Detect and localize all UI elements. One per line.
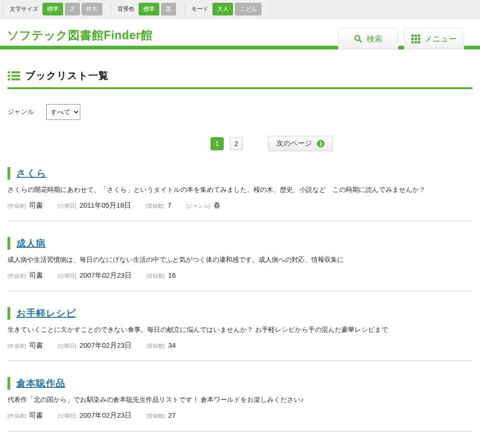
meta-count: [登録数]27 [147, 412, 176, 419]
genre-filter-row: ジャンル すべて [7, 104, 473, 120]
font-size-large-button[interactable]: 大 [65, 3, 80, 15]
next-arrow-icon: ❯ [317, 140, 325, 147]
main-content: ブックリスト一覧 ジャンル すべて 1 2 次のページ ❯ さくら さくらの開花… [0, 69, 480, 431]
font-size-xlarge-button[interactable]: 特大 [82, 3, 102, 15]
title-accent-bar [7, 167, 10, 180]
search-button-label: 検索 [367, 34, 382, 44]
booklist-item: 倉本聡作品 代表作「北の国から」でお馴染みの倉本聡先生作品リストです！ 倉本ワー… [7, 377, 473, 431]
site-title: ソフテック図書館Finder館 [7, 28, 153, 43]
booklist-item: お手軽レシピ 生きていくことに欠かすことのできない食事。毎日の献立に悩んではいま… [7, 307, 473, 361]
booklist-title-link[interactable]: さくら [16, 167, 46, 180]
site-header: ソフテック図書館Finder館 検索 メニュー [0, 19, 480, 46]
booklist-description: 生きていくことに欠かすことのできない食事。毎日の献立に悩んではいませんか？ お手… [7, 326, 473, 334]
page-title-block: ブックリスト一覧 [7, 69, 473, 89]
meta-published: [公開日]2007年02月23日 [58, 342, 132, 349]
item-title-row: お手軽レシピ [7, 307, 473, 320]
next-page-label: 次のページ [276, 139, 312, 148]
meta-creator: [作成者]司書 [7, 272, 43, 279]
menu-grid-icon [411, 35, 420, 43]
meta-published: [公開日]2011年05月18日 [58, 202, 131, 209]
item-divider [7, 431, 473, 431]
accessibility-bar: 文字サイズ 標準 大 特大 背景色 標準 黒 モード 大人 こども [0, 0, 480, 19]
meta-count: [登録数]7 [146, 202, 171, 209]
next-page-button[interactable]: 次のページ ❯ [268, 136, 333, 151]
mode-label: モード [191, 5, 209, 13]
pagination: 1 2 次のページ ❯ [7, 136, 473, 151]
title-accent-bar [7, 377, 10, 390]
booklist-meta: [作成者]司書 [公開日]2007年02月23日 [登録数]34 [7, 341, 473, 350]
item-divider [7, 221, 473, 221]
search-icon [354, 35, 362, 43]
mode-kids-button[interactable]: こども [235, 3, 261, 15]
booklist-title-link[interactable]: お手軽レシピ [16, 307, 76, 320]
header-tabs: 検索 メニュー [338, 28, 464, 49]
bg-black-button[interactable]: 黒 [161, 3, 176, 15]
mode-group: モード 大人 こども [184, 3, 270, 15]
item-divider [7, 291, 473, 291]
search-button[interactable]: 検索 [338, 28, 398, 49]
booklist-item: さくら さくらの開花時期にあわせて、「さくら」というタイトルの本を集めてみました… [7, 167, 473, 221]
booklist-meta: [作成者]司書 [公開日]2007年02月23日 [登録数]27 [7, 411, 473, 420]
menu-button[interactable]: メニュー [404, 28, 464, 49]
list-icon [7, 70, 20, 81]
bg-standard-button[interactable]: 標準 [139, 3, 159, 15]
genre-label: ジャンル [7, 108, 34, 116]
genre-select[interactable]: すべて [46, 104, 80, 120]
booklist-meta: [作成者]司書 [公開日]2007年02月23日 [登録数]16 [7, 271, 473, 280]
meta-creator: [作成者]司書 [7, 412, 43, 419]
booklist-item: 成人病 成人病や生活習慣病は、毎日のなにげない生活の中でふと気がつく体の違和感で… [7, 237, 473, 291]
mode-adult-button[interactable]: 大人 [212, 3, 233, 15]
booklist-description: 成人病や生活習慣病は、毎日のなにげない生活の中でふと気がつく体の違和感です。成人… [7, 256, 473, 264]
meta-published: [公開日]2007年02月23日 [58, 412, 132, 419]
background-color-label: 背景色 [118, 5, 134, 13]
item-title-row: 成人病 [7, 237, 473, 250]
meta-count: [登録数]16 [147, 272, 176, 279]
menu-button-label: メニュー [424, 34, 457, 44]
item-divider [7, 361, 473, 361]
font-size-label: 文字サイズ [10, 5, 38, 13]
page-1-button[interactable]: 1 [211, 137, 224, 150]
title-accent-bar [7, 307, 10, 320]
font-size-standard-button[interactable]: 標準 [42, 3, 63, 15]
meta-count: [登録数]34 [147, 342, 176, 349]
page-2-button[interactable]: 2 [230, 137, 243, 150]
booklist-title-link[interactable]: 倉本聡作品 [16, 377, 65, 390]
meta-creator: [作成者]司書 [7, 202, 43, 209]
item-title-row: さくら [7, 167, 473, 180]
title-accent-bar [7, 237, 10, 250]
font-size-group: 文字サイズ 標準 大 特大 [3, 3, 111, 15]
booklist-description: 代表作「北の国から」でお馴染みの倉本聡先生作品リストです！ 倉本ワールドをお楽し… [7, 396, 473, 404]
background-color-group: 背景色 標準 黒 [111, 3, 184, 15]
item-title-row: 倉本聡作品 [7, 377, 473, 390]
page-title: ブックリスト一覧 [25, 69, 109, 82]
meta-creator: [作成者]司書 [7, 342, 43, 349]
booklist-title-link[interactable]: 成人病 [16, 237, 46, 250]
meta-published: [公開日]2007年02月23日 [58, 272, 132, 279]
booklist-description: さくらの開花時期にあわせて、「さくら」というタイトルの本を集めてみました。桜の木… [7, 186, 473, 194]
booklist-meta: [作成者]司書 [公開日]2011年05月18日 [登録数]7 [ジャンル]春 [7, 201, 473, 210]
meta-genre: [ジャンル]春 [186, 202, 220, 209]
